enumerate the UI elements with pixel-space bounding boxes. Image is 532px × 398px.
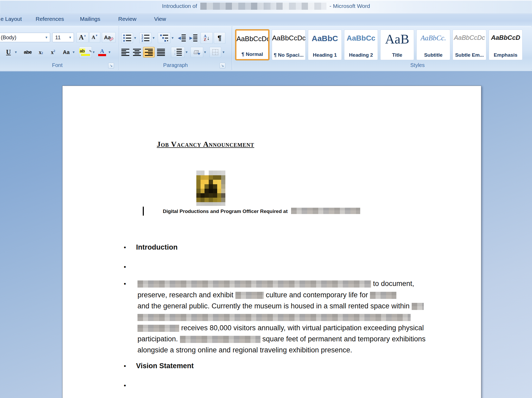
underline-icon: U bbox=[6, 48, 11, 56]
highlight-dropdown[interactable]: ▼ bbox=[92, 50, 96, 54]
align-center-button[interactable] bbox=[131, 47, 142, 57]
body-text: to document, bbox=[371, 280, 414, 288]
logo-pixel bbox=[205, 175, 209, 180]
title-bar: Introduction of - Microsoft Word bbox=[0, 0, 532, 14]
change-case-button[interactable]: Aa bbox=[61, 47, 72, 57]
change-case-dropdown[interactable]: ▼ bbox=[72, 50, 75, 54]
multilevel-list-button[interactable] bbox=[158, 33, 170, 43]
logo-pixel bbox=[213, 175, 217, 180]
redacted-text bbox=[137, 314, 411, 321]
body-text-line: receives 80,000 visitors annually, with … bbox=[137, 324, 444, 332]
font-color-dropdown[interactable]: ▼ bbox=[108, 50, 111, 54]
tab-references[interactable]: References bbox=[36, 16, 64, 22]
style-emphasis[interactable]: AaBbCcD Emphasis bbox=[489, 30, 522, 60]
font-group-label: Font bbox=[0, 62, 119, 69]
align-center-icon bbox=[133, 49, 141, 56]
bullet-heading-text: Vision Statement bbox=[136, 362, 194, 370]
body-text: and the general public. Currently the mu… bbox=[137, 302, 412, 310]
line-spacing-button[interactable]: ↑↓ bbox=[171, 47, 185, 57]
underline-dropdown[interactable]: ▼ bbox=[14, 50, 18, 54]
logo-pixel bbox=[221, 189, 225, 193]
paragraph-group: ▼ 1 2 3 ▼ ▼ ◀ ▶ AZ ↓ bbox=[119, 26, 232, 70]
line-spacing-dropdown[interactable]: ▼ bbox=[185, 50, 188, 54]
increase-indent-button[interactable]: ▶ bbox=[188, 33, 199, 43]
chevron-down-icon[interactable]: ▼ bbox=[45, 36, 48, 39]
tab-review[interactable]: Review bbox=[118, 16, 136, 22]
borders-dropdown[interactable]: ▼ bbox=[222, 50, 225, 54]
logo-pixel bbox=[221, 171, 225, 175]
clear-formatting-button[interactable]: Aa bbox=[102, 32, 116, 43]
decrease-indent-button[interactable]: ◀ bbox=[176, 33, 187, 43]
shrink-font-button[interactable]: A▼ bbox=[89, 32, 100, 43]
logo-pixel bbox=[196, 198, 201, 202]
sort-button[interactable]: AZ ↓ bbox=[201, 32, 213, 44]
document-page[interactable]: Job Vacancy Announcement Digital Product… bbox=[62, 86, 481, 398]
align-left-button[interactable] bbox=[120, 47, 131, 57]
logo-pixel bbox=[205, 198, 209, 202]
shading-dropdown[interactable]: ▼ bbox=[203, 50, 207, 54]
style-title[interactable]: AaB Title bbox=[380, 30, 414, 60]
font-color-bar bbox=[98, 54, 106, 56]
shading-button[interactable] bbox=[191, 47, 203, 57]
redacted-text bbox=[235, 292, 264, 299]
subscript-icon: x2 bbox=[39, 49, 43, 55]
logo-pixel bbox=[221, 193, 225, 198]
borders-button[interactable] bbox=[210, 47, 221, 57]
font-size-combobox[interactable]: 11 ▼ bbox=[52, 33, 74, 42]
logo-pixel bbox=[217, 175, 221, 180]
style-subtitle[interactable]: AaBbCc. Subtitle bbox=[416, 30, 450, 60]
bullet-empty-item: • bbox=[124, 263, 126, 271]
body-text-line: participation. square feet of permanent … bbox=[137, 335, 444, 343]
logo-pixel bbox=[217, 193, 221, 198]
bullets-dropdown[interactable]: ▼ bbox=[133, 36, 137, 40]
logo-pixel bbox=[196, 184, 201, 189]
numbering-dropdown[interactable]: ▼ bbox=[151, 36, 156, 40]
body-text-line: alongside a strong online and regional t… bbox=[137, 346, 444, 354]
body-text-line: and the general public. Currently the mu… bbox=[137, 302, 444, 310]
chevron-down-icon[interactable]: ▼ bbox=[69, 36, 72, 39]
style-subtle-emphasis[interactable]: AaBbCcDc Subtle Em... bbox=[453, 30, 486, 60]
tab-page-layout[interactable]: e Layout bbox=[1, 16, 22, 22]
font-dialog-launcher[interactable]: ↘ bbox=[108, 63, 114, 69]
justify-icon bbox=[157, 49, 165, 56]
style-no-spacing[interactable]: AaBbCcDc ¶ No Spaci... bbox=[272, 30, 306, 60]
logo-pixel bbox=[209, 193, 213, 198]
font-name-combobox[interactable]: (Body) ▼ bbox=[0, 33, 50, 42]
highlight-button[interactable]: ab✎ bbox=[79, 46, 92, 58]
window-title-prefix: Introduction of bbox=[162, 3, 197, 9]
pen-icon: ✎ bbox=[89, 49, 92, 53]
up-triangle-icon: ▲ bbox=[84, 34, 86, 37]
line-spacing-icon: ↑↓ bbox=[174, 49, 182, 56]
tab-view[interactable]: View bbox=[154, 16, 166, 22]
body-text-line bbox=[137, 313, 444, 321]
underline-button[interactable]: U bbox=[3, 47, 14, 57]
body-text-line: • to document, bbox=[137, 280, 444, 288]
styles-group: AaBbCcDc ¶ Normal AaBbCcDc ¶ No Spaci...… bbox=[233, 26, 532, 70]
organization-logo bbox=[196, 171, 225, 206]
logo-pixel bbox=[196, 171, 201, 175]
style-heading-1[interactable]: AaBbC Heading 1 bbox=[308, 30, 342, 60]
style-heading-2[interactable]: AaBbCc Heading 2 bbox=[344, 30, 378, 60]
superscript-button[interactable]: x2 bbox=[48, 47, 59, 57]
numbering-button[interactable]: 1 2 3 bbox=[139, 33, 151, 43]
logo-pixel bbox=[201, 189, 205, 193]
logo-pixel bbox=[213, 180, 217, 184]
pilcrow-icon: ¶ bbox=[218, 34, 221, 42]
show-paragraph-marks-button[interactable]: ¶ bbox=[214, 32, 225, 44]
logo-pixel bbox=[221, 180, 225, 184]
justify-button[interactable] bbox=[155, 47, 167, 57]
bullets-button[interactable] bbox=[121, 33, 133, 43]
logo-pixel bbox=[196, 180, 201, 184]
grow-font-button[interactable]: A▲ bbox=[77, 32, 89, 43]
subscript-button[interactable]: x2 bbox=[35, 47, 46, 57]
font-color-button[interactable]: A bbox=[97, 46, 108, 58]
multilevel-dropdown[interactable]: ▼ bbox=[170, 36, 175, 40]
strikethrough-button[interactable]: abe bbox=[22, 47, 34, 57]
highlight-icon: ab✎ bbox=[79, 49, 92, 56]
paragraph-dialog-launcher[interactable]: ↘ bbox=[220, 63, 225, 69]
tab-mailings[interactable]: Mailings bbox=[80, 16, 100, 22]
style-normal[interactable]: AaBbCcDc ¶ Normal bbox=[235, 30, 269, 60]
align-right-button[interactable] bbox=[143, 47, 155, 57]
logo-caption: Digital Productions and Program Officer … bbox=[163, 208, 360, 214]
grow-font-icon: A bbox=[79, 34, 84, 41]
